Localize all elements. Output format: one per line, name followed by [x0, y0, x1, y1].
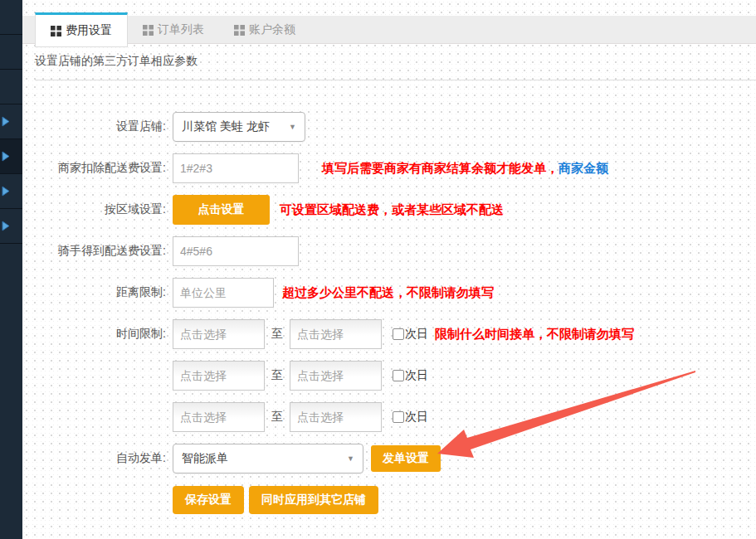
- tab-fee-settings[interactable]: 费用设置: [35, 12, 128, 47]
- row-region: 按区域设置: 点击设置 可设置区域配送费，或者某些区域不配送: [35, 195, 756, 225]
- row-time-limit-3: 至 次日: [35, 402, 756, 432]
- region-settings-button[interactable]: 点击设置: [173, 195, 270, 225]
- checkbox-box[interactable]: [393, 328, 404, 340]
- row-merchant-deduct: 商家扣除配送费设置: 填写后需要商家有商家结算余额才能发单，商家金额: [35, 153, 756, 183]
- time-from-input-2[interactable]: [173, 361, 265, 391]
- next-day-checkbox-1[interactable]: 次日: [393, 327, 428, 342]
- sidebar-item-7[interactable]: [0, 209, 22, 244]
- chevron-right-icon: [1, 221, 11, 231]
- row-shop: 设置店铺: 川菜馆 美蛙 龙虾 ▼: [35, 112, 756, 142]
- page-subtitle: 设置店铺的第三方订单相应参数: [35, 54, 756, 69]
- sidebar-item-3[interactable]: [0, 70, 22, 104]
- settings-form: 设置店铺: 川菜馆 美蛙 龙虾 ▼ 商家扣除配送费设置: 填写后需要商家有商家结…: [22, 112, 756, 515]
- shop-select-value: 川菜馆 美蛙 龙虾: [182, 119, 284, 134]
- region-hint: 可设置区域配送费，或者某些区域不配送: [280, 202, 504, 218]
- grid-icon: [234, 25, 245, 36]
- row-rider-fee: 骑手得到配送费设置:: [35, 236, 756, 266]
- dispatch-settings-button[interactable]: 发单设置: [371, 445, 441, 472]
- next-day-checkbox-2[interactable]: 次日: [393, 368, 428, 383]
- time-to-input-3[interactable]: [290, 402, 382, 432]
- merchant-deduct-hint: 填写后需要商家有商家结算余额才能发单，: [322, 161, 558, 175]
- to-label: 至: [271, 410, 283, 425]
- row-time-limit-1: 时间限制: 至 次日 限制什么时间接单，不限制请勿填写: [35, 319, 756, 349]
- next-day-label: 次日: [405, 410, 428, 425]
- checkbox-box[interactable]: [393, 370, 404, 381]
- divider: [35, 80, 756, 80]
- chevron-down-icon: ▼: [289, 123, 296, 131]
- tab-account-balance[interactable]: 账户余额: [219, 12, 310, 47]
- row-actions: 保存设置 同时应用到其它店铺: [35, 485, 756, 515]
- next-day-checkbox-3[interactable]: 次日: [393, 410, 428, 425]
- auto-dispatch-label: 自动发单:: [35, 451, 166, 466]
- row-time-limit-2: 至 次日: [35, 361, 756, 391]
- grid-icon: [51, 26, 61, 36]
- sidebar-item-2[interactable]: [0, 35, 22, 70]
- checkbox-box[interactable]: [393, 411, 404, 423]
- tab-label: 费用设置: [66, 23, 112, 38]
- to-label: 至: [271, 327, 283, 342]
- time-from-input-1[interactable]: [173, 319, 265, 349]
- app-window: 费用设置 订单列表 账户余额 设置店铺的第三方订单相应参数 设置店铺: 川菜馆 …: [0, 0, 756, 539]
- tab-bar: 费用设置 订单列表 账户余额: [22, 12, 756, 47]
- row-auto-dispatch: 自动发单: 智能派单 ▼ 发单设置: [35, 444, 756, 473]
- distance-input[interactable]: [173, 278, 274, 308]
- next-day-label: 次日: [405, 327, 428, 342]
- distance-label: 距离限制:: [35, 285, 166, 300]
- sidebar-item-6[interactable]: [0, 174, 22, 209]
- time-from-input-3[interactable]: [173, 402, 265, 432]
- main-content: 费用设置 订单列表 账户余额 设置店铺的第三方订单相应参数 设置店铺: 川菜馆 …: [22, 0, 756, 539]
- to-label: 至: [271, 368, 283, 383]
- region-label: 按区域设置:: [35, 202, 166, 217]
- time-to-input-1[interactable]: [290, 319, 382, 349]
- sidebar-item-4[interactable]: [0, 104, 22, 139]
- auto-dispatch-select[interactable]: 智能派单 ▼: [173, 444, 363, 473]
- chevron-down-icon: ▼: [347, 454, 354, 463]
- merchant-deduct-input[interactable]: [173, 153, 299, 183]
- apply-to-other-shops-button[interactable]: 同时应用到其它店铺: [249, 486, 378, 514]
- chevron-right-icon: [1, 116, 11, 127]
- sidebar-spacer: [0, 244, 22, 539]
- chevron-right-icon: [1, 151, 11, 162]
- time-limit-label: 时间限制:: [35, 327, 166, 342]
- rider-fee-input[interactable]: [173, 236, 299, 266]
- sidebar-item-5[interactable]: [0, 139, 22, 174]
- tab-label: 账户余额: [249, 22, 295, 37]
- rider-fee-label: 骑手得到配送费设置:: [35, 244, 166, 259]
- shop-label: 设置店铺:: [35, 119, 166, 134]
- distance-hint: 超过多少公里不配送，不限制请勿填写: [282, 285, 494, 301]
- merchant-deduct-label: 商家扣除配送费设置:: [35, 161, 166, 176]
- row-distance: 距离限制: 超过多少公里不配送，不限制请勿填写: [35, 278, 756, 308]
- save-settings-button[interactable]: 保存设置: [173, 486, 244, 514]
- time-to-input-2[interactable]: [290, 361, 382, 391]
- sidebar-item-1[interactable]: [0, 0, 22, 35]
- merchant-balance-link[interactable]: 商家金额: [558, 161, 608, 175]
- tab-order-list[interactable]: 订单列表: [128, 12, 219, 47]
- next-day-label: 次日: [405, 368, 428, 383]
- tab-label: 订单列表: [158, 22, 204, 37]
- time-limit-hint: 限制什么时间接单，不限制请勿填写: [435, 327, 634, 342]
- auto-dispatch-value: 智能派单: [182, 451, 342, 466]
- sidebar: [0, 0, 22, 539]
- chevron-right-icon: [1, 186, 11, 197]
- merchant-deduct-hint-wrap: 填写后需要商家有商家结算余额才能发单，商家金额: [322, 161, 608, 177]
- grid-icon: [143, 25, 154, 36]
- shop-select[interactable]: 川菜馆 美蛙 龙虾 ▼: [173, 112, 305, 142]
